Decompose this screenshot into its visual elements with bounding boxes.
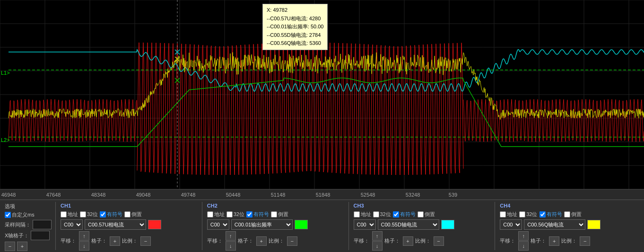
ch4-dizhi-checkbox[interactable] — [500, 211, 506, 217]
x-tick-6: 51148 — [271, 192, 286, 198]
xzhou-input[interactable]: 700 — [31, 231, 50, 240]
x-tick-5: 50448 — [226, 192, 241, 198]
ch3-youfu-label: 有符号 — [393, 211, 416, 218]
ch2-youfu-checkbox[interactable] — [246, 211, 252, 217]
ch2-daozhi-label: 倒置 — [271, 211, 288, 218]
ch4-section: CH4 地址 32位 有符号 倒置 C00 C0 — [498, 202, 641, 250]
ch3-color-block — [441, 220, 454, 229]
ch1-pingyi-down[interactable]: ↓ — [79, 241, 89, 251]
ch2-32-label: 32位 — [226, 211, 244, 218]
ch4-32-checkbox[interactable] — [519, 211, 525, 217]
ch1-daozhi-checkbox[interactable] — [124, 211, 131, 217]
ch1-section: CH1 地址 32位 有符号 倒置 C00 C0 — [59, 202, 202, 250]
ch4-youfu-checkbox[interactable] — [540, 211, 546, 217]
ch1-gezi-plus[interactable]: + — [110, 236, 120, 246]
ch1-youfu-checkbox[interactable] — [100, 211, 106, 217]
ch2-dizhi-label: 地址 — [207, 211, 225, 218]
ch3-daozhi-label: 倒置 — [418, 211, 435, 218]
ch1-coo-select[interactable]: C00 — [61, 219, 83, 230]
ch1-pingyi-up[interactable]: ↑ — [79, 231, 89, 241]
x-tick-7: 51848 — [316, 192, 331, 198]
ch3-pingyi-label: 平移： — [354, 237, 369, 244]
xzhou-label: X轴格子： — [5, 232, 29, 239]
ch4-pingyi-down[interactable]: ↓ — [518, 241, 529, 251]
ch1-pingyi-label: 平移： — [61, 237, 76, 244]
ch3-pingyi-up[interactable]: ↑ — [372, 231, 383, 241]
ch4-bili-minus[interactable]: − — [580, 236, 590, 246]
ch4-color-block — [587, 220, 600, 229]
ch1-daozhi-label: 倒置 — [124, 211, 142, 218]
ch4-bili-label: 比例： — [561, 237, 577, 244]
caiyang-input[interactable]: 3 — [33, 220, 52, 229]
ch1-bili-minus[interactable]: − — [140, 236, 151, 246]
ch3-gezi-plus[interactable]: + — [403, 236, 413, 246]
ch1-dizhi-checkbox[interactable] — [61, 211, 67, 217]
ch4-gezi-plus[interactable]: + — [549, 236, 559, 246]
grid-label-l2: L2> — [1, 137, 10, 143]
ch4-coo-select[interactable]: C00 — [500, 219, 522, 230]
ch3-signal-select[interactable]: C00.55D轴电流 — [378, 219, 439, 230]
ch4-header: CH4 — [500, 203, 638, 209]
ch4-daozhi-label: 倒置 — [564, 211, 582, 218]
ch2-section: CH2 地址 32位 有符号 倒置 C00 C0 — [205, 202, 349, 250]
ch1-color-block — [148, 220, 161, 229]
ch2-bili-label: 比例： — [269, 237, 284, 244]
ch3-dizhi-label: 地址 — [354, 211, 371, 218]
x-tick-2: 48348 — [91, 192, 106, 198]
x-tick-1: 47648 — [46, 192, 61, 198]
ch2-32-checkbox[interactable] — [226, 211, 233, 217]
ch1-dizhi-label: 地址 — [61, 211, 78, 218]
ch1-32-checkbox[interactable] — [80, 211, 86, 217]
ch4-pingyi-label: 平移： — [500, 237, 515, 244]
x-tick-8: 52548 — [361, 192, 375, 198]
ch3-32-label: 32位 — [373, 211, 391, 218]
x-tick-10: 539 — [449, 192, 457, 198]
ch3-bili-minus[interactable]: − — [434, 236, 444, 246]
ch2-bili-minus[interactable]: − — [287, 236, 297, 246]
ch3-youfu-checkbox[interactable] — [393, 211, 399, 217]
ch1-gezi-label: 格子： — [91, 237, 107, 244]
ch2-dizhi-checkbox[interactable] — [207, 211, 213, 217]
ch4-daozhi-checkbox[interactable] — [564, 211, 570, 217]
ch3-gezi-label: 格子： — [384, 237, 400, 244]
ziding-checkbox[interactable] — [5, 212, 11, 218]
ch3-dizhi-checkbox[interactable] — [354, 211, 360, 217]
ch3-header: CH3 — [354, 203, 492, 209]
chart-tooltip: X: 49782--C00.57U相电流: 4280--C00.01输出频率: … — [262, 4, 328, 50]
ch4-signal-select[interactable]: C00.56Q轴电流 — [524, 219, 585, 230]
ch2-pingyi-label: 平移： — [207, 237, 223, 244]
ch3-daozhi-checkbox[interactable] — [418, 211, 424, 217]
grid-label-l1: L1> — [1, 70, 10, 76]
xzhou-plus-button[interactable]: + — [17, 242, 27, 251]
ch4-pingyi-up[interactable]: ↑ — [518, 231, 529, 241]
ch4-dizhi-label: 地址 — [500, 211, 517, 218]
ch3-bili-label: 比例： — [415, 237, 431, 244]
ch3-coo-select[interactable]: C00 — [354, 219, 376, 230]
ch3-32-checkbox[interactable] — [373, 211, 379, 217]
ch2-signal-select[interactable]: C00.01输出频率 — [231, 219, 293, 230]
ch2-pingyi-up[interactable]: ↑ — [226, 231, 236, 241]
ch4-pingyi-updown: ↑ ↓ — [518, 231, 529, 251]
ch3-pingyi-down[interactable]: ↓ — [372, 241, 383, 251]
ch4-youfu-label: 有符号 — [540, 211, 562, 218]
ch4-32-label: 32位 — [519, 211, 537, 218]
ch2-pingyi-down[interactable]: ↓ — [226, 241, 236, 251]
ch2-gezi-label: 格子： — [238, 237, 253, 244]
caiyang-label: 采样间隔： — [5, 221, 31, 228]
options-label: 选项 — [5, 203, 15, 210]
main-options: 选项 自定义ms 采样间隔： 3 X轴格子： 700 − + — [3, 202, 56, 250]
x-tick-4: 49748 — [181, 192, 196, 198]
ziding-label: 自定义ms — [5, 211, 35, 218]
ch1-signal-select[interactable]: C00.57U相电流 — [85, 219, 146, 230]
ch1-pingyi-updown: ↑ ↓ — [79, 231, 89, 251]
xzhou-minus-button[interactable]: − — [5, 242, 15, 251]
ch2-pingyi-updown: ↑ ↓ — [226, 231, 236, 251]
x-axis-bar: 4694847648483484904849748504485114851848… — [0, 189, 644, 200]
ch2-gezi-plus[interactable]: + — [256, 236, 267, 246]
x-tick-9: 53248 — [406, 192, 420, 198]
ch2-coo-select[interactable]: C00 — [207, 219, 229, 230]
ch2-header: CH2 — [207, 203, 346, 209]
ch2-daozhi-checkbox[interactable] — [271, 211, 277, 217]
x-tick-0: 46948 — [1, 192, 16, 198]
ch2-color-block — [295, 220, 308, 229]
